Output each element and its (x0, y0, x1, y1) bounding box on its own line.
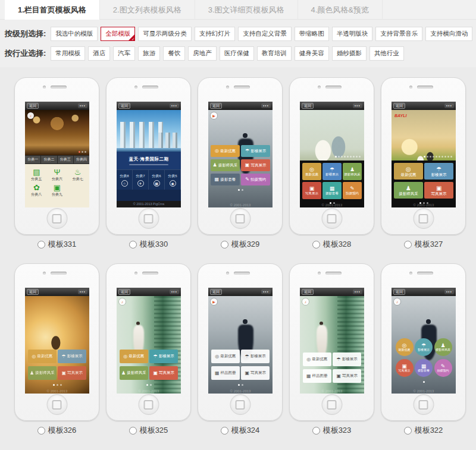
phone-preview[interactable]: 返回•••◎最新优惠☂影楼展示♟摄影师风采▣写真展示▦摄影套餐✎拍摄预约© 20… (289, 77, 374, 235)
tile-album: ▦样品图册 (211, 366, 240, 380)
more-menu-icon: ••• (444, 289, 454, 294)
tile-label: 摄影师风采 (399, 192, 418, 196)
category-button: 分类三 (58, 156, 73, 163)
pencil-icon: ✎ (350, 186, 355, 191)
template-radio[interactable] (37, 427, 45, 435)
stamp-icon: ▣ (309, 186, 315, 191)
template-radio[interactable] (129, 241, 137, 248)
template-radio[interactable] (312, 427, 320, 435)
tab-column-home-style[interactable]: 1.栏目首页模板风格 (5, 0, 100, 20)
preview-header-bar: 返回••• (392, 102, 456, 110)
category-item: 分类5◉ (165, 170, 181, 190)
template-radio[interactable] (221, 241, 228, 248)
template-cell: 返回•••◎最新优惠☂影楼展示♟摄影师风采▣写真展示▦摄影套餐✎拍摄预约© 20… (289, 77, 374, 250)
phone-preview[interactable]: 返回•••◎最新优惠☂影楼展示♟摄影师风采▣写真展示© 2001-2013 (14, 263, 99, 421)
filter-my-selected[interactable]: 我选中的模版 (51, 27, 98, 41)
carousel-dot (82, 151, 83, 153)
phone-preview[interactable]: 返回•••♪◎最新优惠☂影楼展示♟摄影师风采▣写真展示▦摄影套餐✎拍摄预约© 2… (381, 263, 466, 421)
studio-icon: ☂ (62, 354, 66, 359)
copyright-text: © 2001-2013 (392, 203, 456, 207)
menu-item: ♨分类七 (67, 168, 88, 182)
template-cell: 返回•••BAYLI◎最新优惠☂影楼展示♟摄影师风采▣写真展示© 2001-20… (381, 77, 466, 250)
tab-detail-style[interactable]: 3.图文详细页模板风格 (195, 0, 298, 20)
speaker-slot (325, 272, 342, 275)
tile-label: 摄影师风采 (436, 348, 450, 351)
filter-thumbnail[interactable]: 带缩略图 (295, 27, 329, 41)
tab-list-style[interactable]: 2.图文列表模板风格 (100, 0, 195, 20)
filter-two-level[interactable]: 可显示两级分类 (138, 27, 192, 41)
menu-grid: ▤分类五Ψ分类六♨分类七✿分类八▣分类九 (25, 164, 89, 207)
tile-studio: ☂影楼展示 (241, 350, 270, 363)
filter-translucent[interactable]: 半透明版块 (332, 27, 373, 41)
carousel-dot (427, 156, 428, 158)
preview-header-bar: 返回••• (25, 102, 89, 110)
industry-food[interactable]: 餐饮 (163, 46, 185, 61)
phone-preview[interactable]: 返回•••BAYLI◎最新优惠☂影楼展示♟摄影师风采▣写真展示© 2001-20… (381, 77, 466, 235)
template-name: 模板330 (140, 239, 168, 250)
menu-item-label: 分类六 (47, 177, 68, 182)
front-camera-icon (318, 86, 321, 89)
industry-other[interactable]: 其他行业 (369, 46, 404, 61)
camera-icon: ◎ (215, 354, 219, 359)
phone-preview[interactable]: 返回•••♪◎最新优惠☂影楼展示▦样品图册▣写真展示© 2001-2013 (289, 263, 374, 421)
industry-wedding[interactable]: 婚纱摄影 (332, 46, 367, 61)
industry-fitness[interactable]: 健身美容 (295, 46, 329, 61)
industry-car[interactable]: 汽车 (113, 46, 135, 61)
category-button: 分类四 (74, 156, 89, 163)
template-radio[interactable] (404, 427, 412, 435)
studio-icon: ☂ (245, 149, 249, 153)
industry-medical[interactable]: 医疗保健 (220, 46, 254, 61)
template-cell: 返回•••♪◎最新优惠☂影楼展示♟摄影师风采▣写真展示▦摄影套餐✎拍摄预约© 2… (381, 263, 466, 436)
phone-preview[interactable]: 返回•••♪分类一分类二分类三分类四▤分类五Ψ分类六♨分类七✿分类八▣分类九 (14, 77, 99, 235)
preview-header-bar: 返回••• (300, 288, 364, 296)
phone-preview[interactable]: 返回•••蓝天·海景国际二期分类8⌂分类7✈分类6▦分类5◉© 2001-201… (106, 77, 191, 235)
tile-menu: ◎最新优惠☂影楼展示▦样品图册▣写真展示 (303, 353, 361, 386)
tile-stamp: ▣写真展示 (396, 359, 414, 377)
tile-label: 写真展示 (431, 192, 447, 196)
phone-preview[interactable]: 返回•••▶◎最新优惠☂影楼展示▦样品图册▣写真展示© 2001-2013 (198, 263, 283, 421)
category-item: 分类7✈ (133, 170, 149, 190)
template-radio[interactable] (221, 427, 228, 435)
template-radio[interactable] (404, 241, 412, 248)
industry-common[interactable]: 常用模板 (51, 46, 85, 61)
tile-person: ♟摄影师风采 (343, 163, 362, 180)
back-button: 返回 (302, 103, 314, 109)
home-button-icon (46, 208, 67, 229)
stamp-icon: ▣ (245, 163, 250, 168)
tile-label: 最新优惠 (129, 354, 144, 358)
carousel-dot (356, 156, 358, 158)
template-name: 模板327 (415, 239, 443, 250)
camera-icon: ◎ (123, 354, 127, 359)
copyright-text: © 2001-2013 (208, 203, 273, 207)
filter-slideshow[interactable]: 支持幻灯片 (195, 27, 236, 41)
template-cell: 返回•••▶◎最新优惠☂影楼展示♟摄影师风采▣写真展示▦摄影套餐✎拍摄预约© 2… (198, 77, 283, 250)
tile-label: 影楼展示 (67, 354, 83, 358)
filter-horizontal-slide[interactable]: 支持横向滑动 (425, 27, 472, 41)
front-camera-icon (134, 86, 137, 89)
filter-all-templates[interactable]: 全部模版 (101, 27, 135, 41)
tile-label: 样品图册 (221, 371, 236, 375)
template-radio[interactable] (129, 427, 137, 435)
filter-custom-bg[interactable]: 支持自定义背景 (238, 27, 292, 41)
phone-preview[interactable]: 返回•••♪◎最新优惠☂影楼展示♟摄影师风采▣写真展示© 2001-2013 (106, 263, 191, 421)
template-radio[interactable] (37, 241, 45, 248)
speaker-slot (417, 86, 433, 89)
industry-travel[interactable]: 旅游 (138, 46, 160, 61)
carousel-dot (242, 384, 243, 386)
tile-label: 写真展示 (342, 374, 358, 378)
industry-hotel[interactable]: 酒店 (88, 46, 110, 61)
filter-bg-music[interactable]: 支持背景音乐 (375, 27, 422, 41)
more-menu-icon: ••• (78, 289, 87, 294)
level-filter-row: 按级别选择: 我选中的模版 全部模版 可显示两级分类 支持幻灯片 支持自定义背景… (5, 27, 476, 41)
carousel-dot (350, 156, 352, 158)
phone-preview[interactable]: 返回•••▶◎最新优惠☂影楼展示♟摄影师风采▣写真展示▦摄影套餐✎拍摄预约© 2… (198, 77, 283, 235)
carousel-dot (424, 156, 425, 158)
industry-education[interactable]: 教育培训 (257, 46, 292, 61)
category-item: 分类6▦ (149, 170, 165, 190)
tab-color-preview[interactable]: 4.颜色风格&预览 (298, 0, 383, 20)
carousel-dot (423, 381, 425, 383)
template-radio[interactable] (312, 241, 320, 248)
tile-label: 影楼展示 (418, 348, 430, 351)
industry-realestate[interactable]: 房地产 (188, 46, 217, 61)
template-name: 模板328 (323, 239, 352, 250)
